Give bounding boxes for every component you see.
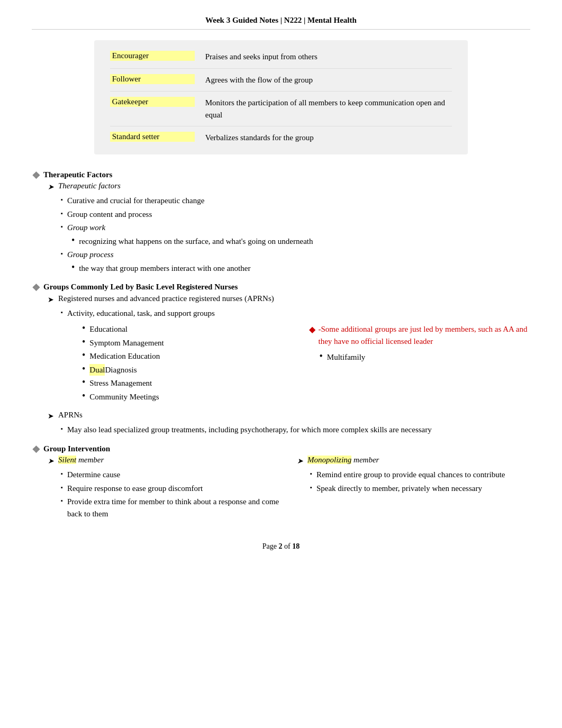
dot-icon: • bbox=[82, 323, 85, 333]
stress-management-item: • Stress Management bbox=[82, 377, 293, 389]
monopolizing-bullet-1: ▪ Remind entire group to provide equal c… bbox=[310, 469, 530, 481]
groups-led-section: ❖ Groups Commonly Led by Basic Level Reg… bbox=[32, 283, 530, 436]
therapeutic-factors-title: ❖ Therapeutic Factors bbox=[32, 170, 530, 182]
square-item: ▪ Curative and crucial for therapeutic c… bbox=[61, 195, 530, 207]
def-follower: Agrees with the flow of the group bbox=[205, 74, 452, 86]
silent-bullet-2: ▪ Require response to ease group discomf… bbox=[61, 483, 281, 495]
dot-icon: • bbox=[82, 377, 85, 387]
diamond-icon: ❖ bbox=[32, 444, 40, 456]
dot-icon: • bbox=[71, 262, 75, 272]
silent-square-list: ▪ Determine cause ▪ Require response to … bbox=[61, 469, 281, 520]
therapeutic-factors-bullets: ▪ Curative and crucial for therapeutic c… bbox=[61, 195, 530, 234]
two-col-layout: • Educational • Symptom Management • Med… bbox=[71, 323, 530, 404]
square-icon: ▪ bbox=[310, 483, 312, 493]
square-icon: ▪ bbox=[61, 483, 63, 493]
symptom-management-item: • Symptom Management bbox=[82, 337, 293, 349]
medication-education-item: • Medication Education bbox=[82, 350, 293, 362]
group-work-label: Group work bbox=[67, 222, 105, 234]
therapeutic-factors-list: ➤ Therapeutic factors bbox=[48, 181, 530, 193]
square-icon: ▪ bbox=[61, 496, 63, 506]
group-process-dot-list: • the way that group members interact wi… bbox=[71, 262, 530, 275]
roles-table: Encourager Praises and seeks input from … bbox=[94, 40, 468, 154]
square-icon: ▪ bbox=[61, 249, 63, 259]
square-icon: ▪ bbox=[310, 469, 312, 479]
square-icon: ▪ bbox=[61, 195, 63, 205]
group-process-item: ▪ Group process bbox=[61, 249, 530, 261]
arrow-icon: ➤ bbox=[48, 181, 54, 193]
monopolizing-arrow-item: ➤ Monopolizing member bbox=[297, 456, 530, 467]
right-col: ◆ -Some additional groups are just led b… bbox=[309, 323, 531, 365]
monopolizing-label: Monopolizing member bbox=[307, 456, 379, 465]
square-icon: ▪ bbox=[61, 469, 63, 479]
dot-icon: • bbox=[71, 235, 75, 245]
square-icon: ▪ bbox=[61, 222, 63, 232]
dot-icon: • bbox=[320, 351, 323, 361]
activity-square-list: ▪ Activity, educational, task, and suppo… bbox=[61, 307, 530, 320]
dot-icon: • bbox=[82, 364, 85, 374]
def-gatekeeper: Monitors the participation of all member… bbox=[205, 97, 452, 121]
group-work-dot-list: • recognizing what happens on the surfac… bbox=[71, 235, 530, 248]
silent-col: ➤ Silent member ▪ Determine cause ▪ Requ… bbox=[42, 456, 281, 521]
multifamily-item: • Multifamily bbox=[320, 351, 531, 363]
group-intervention-section: ❖ Group Intervention ➤ Silent member ▪ bbox=[32, 444, 530, 522]
square-icon: ▪ bbox=[61, 208, 63, 219]
groups-led-arrow-list: ➤ Registered nurses and advanced practic… bbox=[48, 294, 530, 305]
silent-arrow-list: ➤ Silent member bbox=[48, 456, 281, 467]
educational-item: • Educational bbox=[82, 323, 293, 335]
square-icon: ▪ bbox=[61, 307, 63, 318]
def-encourager: Praises and seeks input from others bbox=[205, 51, 452, 63]
arrow-icon: ➤ bbox=[48, 456, 54, 467]
aa-note: ◆ -Some additional groups are just led b… bbox=[309, 323, 531, 347]
diamond-bullet-icon: ◆ bbox=[309, 323, 315, 336]
table-row: Encourager Praises and seeks input from … bbox=[110, 46, 452, 69]
monopolizing-bullet-2: ▪ Speak directly to member, privately wh… bbox=[310, 483, 530, 495]
sub-label: Therapeutic factors bbox=[58, 181, 121, 190]
arrow-icon: ➤ bbox=[48, 294, 54, 305]
aprns-arrow-list: ➤ APRNs bbox=[48, 411, 530, 422]
page-container: Week 3 Guided Notes | N222 | Mental Heal… bbox=[0, 0, 562, 728]
dot-icon: • bbox=[82, 391, 85, 401]
term-gatekeeper: Gatekeeper bbox=[110, 97, 195, 107]
group-process-label: Group process bbox=[67, 249, 114, 261]
aa-note-text: -Some additional groups are just led by … bbox=[319, 323, 531, 347]
monopolizing-arrow-list: ➤ Monopolizing member bbox=[297, 456, 530, 467]
multifamily-list: • Multifamily bbox=[320, 351, 531, 363]
square-item: ▪ Activity, educational, task, and suppo… bbox=[61, 307, 530, 320]
aprns-square-list: ▪ May also lead specialized group treatm… bbox=[61, 424, 530, 436]
dot-icon: • bbox=[82, 350, 85, 360]
left-col: • Educational • Symptom Management • Med… bbox=[71, 323, 293, 404]
dot-item: • the way that group members interact wi… bbox=[71, 262, 530, 275]
table-row: Standard setter Verbalizes standards for… bbox=[110, 126, 452, 149]
therapeutic-factors-section: ❖ Therapeutic Factors ➤ Therapeutic fact… bbox=[32, 170, 530, 275]
table-row: Follower Agrees with the flow of the gro… bbox=[110, 69, 452, 92]
aprns-square-item: ▪ May also lead specialized group treatm… bbox=[61, 424, 530, 436]
arrow-item: ➤ Registered nurses and advanced practic… bbox=[48, 294, 530, 305]
header-text: Week 3 Guided Notes | N222 | Mental Heal… bbox=[205, 16, 357, 24]
dual-diagnosis-item: • Dual Diagnosis bbox=[82, 364, 293, 376]
dual-highlight: Dual bbox=[89, 364, 105, 376]
arrow-item: ➤ Therapeutic factors bbox=[48, 181, 530, 193]
silent-label: Silent member bbox=[58, 456, 104, 465]
arrow-icon: ➤ bbox=[297, 456, 303, 467]
group-intervention-title: ❖ Group Intervention bbox=[32, 444, 530, 456]
arrow-icon: ➤ bbox=[48, 411, 54, 422]
group-process-square: ▪ Group process bbox=[61, 249, 530, 261]
dot-item: • recognizing what happens on the surfac… bbox=[71, 235, 530, 248]
diamond-icon: ❖ bbox=[32, 283, 40, 294]
monopolizing-col: ➤ Monopolizing member ▪ Remind entire gr… bbox=[292, 456, 530, 521]
table-row: Gatekeeper Monitors the participation of… bbox=[110, 92, 452, 126]
term-standard-setter: Standard setter bbox=[110, 132, 195, 142]
group-work-item: ▪ Group work bbox=[61, 222, 530, 234]
left-dot-list: • Educational • Symptom Management • Med… bbox=[82, 323, 293, 403]
diamond-icon: ❖ bbox=[32, 170, 40, 182]
monopolizing-square-list: ▪ Remind entire group to provide equal c… bbox=[310, 469, 530, 494]
silent-arrow-item: ➤ Silent member bbox=[48, 456, 281, 467]
community-meetings-item: • Community Meetings bbox=[82, 391, 293, 403]
silent-bullet-1: ▪ Determine cause bbox=[61, 469, 281, 481]
aprns-arrow-item: ➤ APRNs bbox=[48, 411, 530, 422]
footer-text: Page 2 of 18 bbox=[262, 542, 300, 550]
term-encourager: Encourager bbox=[110, 51, 195, 61]
silent-bullet-3: ▪ Provide extra time for member to think… bbox=[61, 496, 281, 520]
intervention-columns: ➤ Silent member ▪ Determine cause ▪ Requ… bbox=[42, 456, 530, 521]
square-item: ▪ Group content and process bbox=[61, 208, 530, 221]
